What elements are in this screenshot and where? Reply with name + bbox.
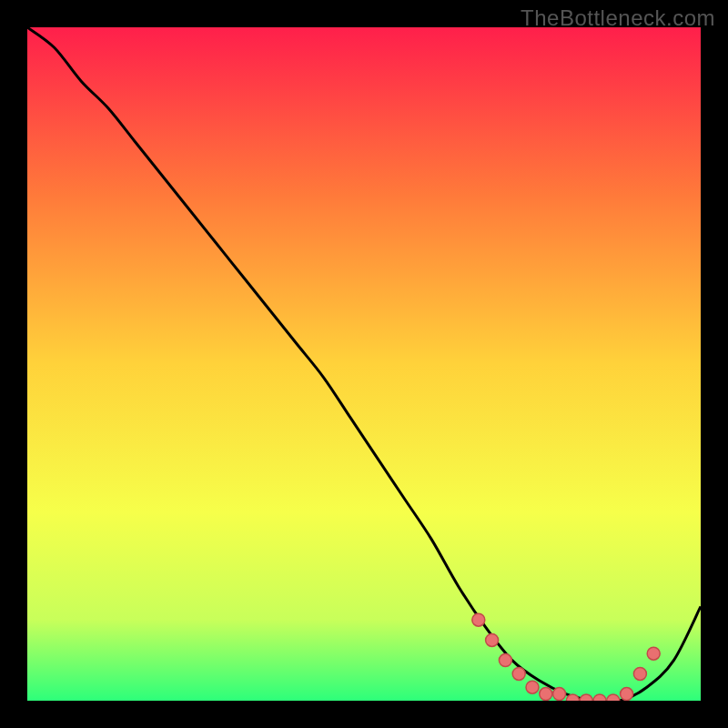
highlight-dot [472,613,485,626]
chart-svg [27,27,701,701]
highlight-dot [540,688,552,701]
gradient-background [27,27,701,701]
highlight-dot [647,647,660,660]
highlight-dot [526,681,539,693]
plot-area [27,27,701,701]
highlight-dot [512,667,525,680]
watermark-text: TheBottleneck.com [521,5,715,31]
highlight-dot [633,667,646,680]
highlight-dot [593,694,606,701]
chart-frame: TheBottleneck.com [0,0,728,728]
highlight-dot [553,688,566,701]
highlight-dot [486,633,499,646]
highlight-dot [621,688,633,701]
highlight-dot [580,694,592,701]
highlight-dot [499,654,511,667]
highlight-dot [566,694,579,701]
highlight-dot [607,694,620,701]
